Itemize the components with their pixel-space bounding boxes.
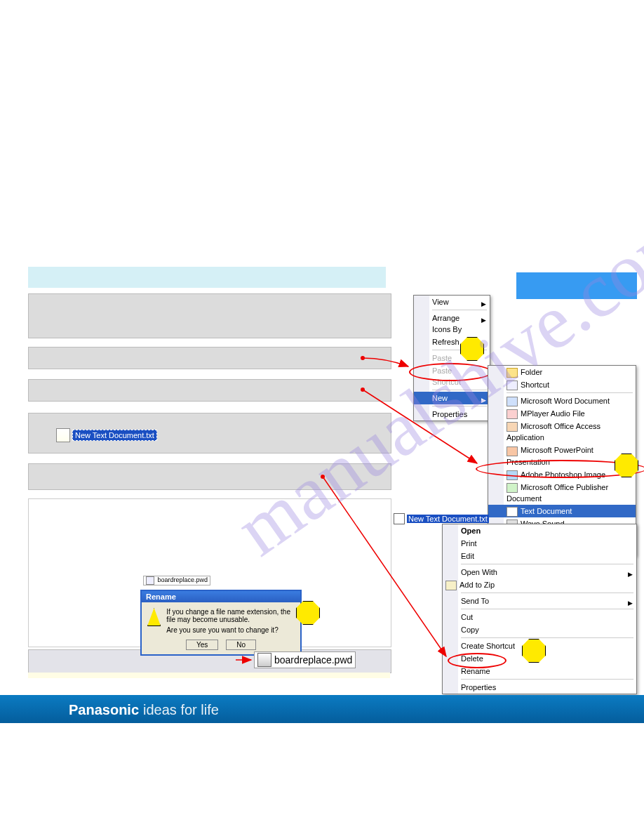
audio-icon [507,409,518,419]
textfile-icon [56,428,70,442]
rename-msg-1: If you change a file name extension, the… [166,608,295,623]
menu-item-new[interactable]: New▶ [414,392,490,404]
publisher-icon [507,483,518,493]
renamed-file-small: boardreplace.pwd [143,576,210,585]
result-file-label: boardreplace.pwd [274,654,352,666]
step-box-3 [28,379,391,402]
new-mplayer[interactable]: MPlayer Audio File [488,407,636,420]
rename-dialog: Rename If you change a file name extensi… [140,590,302,656]
new-text-desktop-icon[interactable]: New Text Document.txt [56,428,157,442]
zip-icon [445,581,457,590]
footer-text: Panasonicideas for life [69,702,219,718]
step-box-5 [28,463,391,490]
title-block [516,272,637,299]
ctx-properties[interactable]: Properties [443,681,636,694]
text-icon [507,507,518,517]
menu-item-arrange[interactable]: Arrange Icons By▶ [414,312,490,336]
ctx-open[interactable]: Open [443,524,636,537]
menu-item-properties[interactable]: Properties [414,408,490,421]
folder-icon [507,368,518,378]
callout-circle-new [409,363,492,381]
file-icon-tiny [146,576,154,585]
menu-item-view[interactable]: View▶ [414,296,490,308]
strip [28,673,390,678]
new-word-doc[interactable]: Microsoft Word Document [488,395,636,407]
step-box-2 [28,347,391,369]
result-file[interactable]: boardreplace.pwd [254,651,356,668]
shortcut-icon [507,380,518,390]
rename-dialog-title: Rename [142,591,300,602]
ctx-print[interactable]: Print [443,537,636,550]
new-shortcut[interactable]: Shortcut [488,378,636,391]
ctx-copy[interactable]: Copy [443,623,636,636]
rename-no-button[interactable]: No [226,640,256,650]
rename-msg-2: Are you sure you want to change it? [166,626,295,634]
file-selected-label: New Text Document.txt [407,515,489,523]
top-band [28,267,386,288]
new-text-document[interactable]: Text Document [488,505,636,517]
new-publisher[interactable]: Microsoft Office Publisher Document [488,481,636,505]
pwd-file-icon [257,653,271,667]
powerpoint-icon [507,446,518,456]
warning-icon [147,608,161,626]
step-box-1 [28,293,391,338]
new-access[interactable]: Microsoft Office Access Application [488,420,636,444]
ctx-edit[interactable]: Edit [443,550,636,562]
new-text-label[interactable]: New Text Document.txt [72,430,157,441]
ctx-cut[interactable]: Cut [443,611,636,623]
access-icon [507,422,518,432]
ctx-add-to-zip[interactable]: Add to Zip [443,578,636,591]
new-folder[interactable]: Folder [488,366,636,378]
word-icon [507,397,518,406]
ctx-send-to[interactable]: Send To▶ [443,595,636,607]
callout-circle-rename [448,653,507,668]
rename-yes-button[interactable]: Yes [186,640,218,650]
file-context-menu[interactable]: Open Print Edit Open With▶ Add to Zip Se… [442,524,637,694]
ctx-open-with[interactable]: Open With▶ [443,566,636,578]
textfile-icon-small [394,513,405,524]
file-selected[interactable]: New Text Document.txt [394,513,489,524]
